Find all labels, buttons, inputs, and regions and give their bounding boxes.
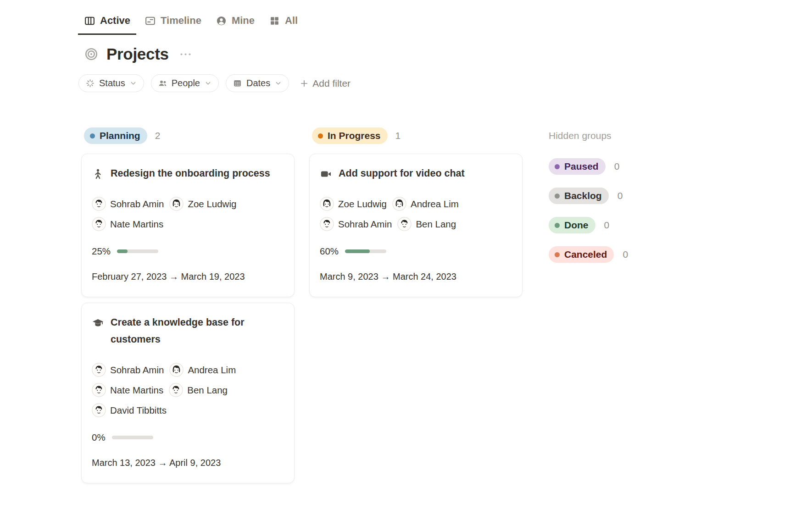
page-title: Projects xyxy=(106,45,169,63)
card-title: Add support for video chat xyxy=(339,165,465,182)
view-tabs: ActiveTimelineMineAll xyxy=(78,13,812,35)
add-filter-label: Add filter xyxy=(312,78,350,89)
chevron-down-icon xyxy=(275,80,282,87)
person-name: Nate Martins xyxy=(110,385,163,396)
male-avatar xyxy=(92,403,106,417)
status-label: In Progress xyxy=(328,130,381,141)
male-avatar xyxy=(92,363,106,377)
card-title: Redesign the onboarding process xyxy=(111,165,270,182)
female-avatar xyxy=(392,197,406,211)
chevron-down-icon xyxy=(130,80,137,87)
person-icon xyxy=(92,168,104,180)
group-count: 1 xyxy=(395,130,401,141)
group-pill-canceled[interactable]: Canceled xyxy=(549,246,614,263)
graduation-cap-icon xyxy=(92,317,104,329)
person-chip: Sohrab Amin xyxy=(92,197,164,211)
person-name: Zoe Ludwig xyxy=(338,199,387,210)
group-pill-in-progress[interactable]: In Progress xyxy=(312,127,388,144)
project-card[interactable]: Redesign the onboarding processSohrab Am… xyxy=(81,154,295,297)
progress-label: 25% xyxy=(92,246,111,257)
filter-label: People xyxy=(172,78,200,89)
chevron-down-icon xyxy=(205,80,211,87)
filter-bar: StatusPeopleDatesAdd filter xyxy=(78,74,812,92)
person-circle-icon xyxy=(216,15,227,27)
hidden-groups-section: Hidden groupsPaused0Backlog0Done0Cancele… xyxy=(537,127,702,276)
card-title-row: Redesign the onboarding process xyxy=(92,165,284,182)
group-pill-backlog[interactable]: Backlog xyxy=(549,188,609,204)
status-dot-icon xyxy=(555,223,560,228)
hidden-group-row: Canceled0 xyxy=(549,246,702,263)
person-chip: Ben Lang xyxy=(397,217,456,231)
male-avatar xyxy=(169,383,183,397)
group-count: 0 xyxy=(623,249,628,260)
column-header: In Progress1 xyxy=(312,127,523,144)
date-range: March 13, 2023 → April 9, 2023 xyxy=(92,457,284,469)
kanban-board: Planning2Redesign the onboarding process… xyxy=(81,127,812,483)
status-dot-icon xyxy=(555,194,560,199)
person-name: David Tibbitts xyxy=(110,405,167,416)
hidden-group-row: Paused0 xyxy=(549,158,702,175)
person-chip: Andrea Lim xyxy=(169,363,236,377)
people-list: Zoe LudwigAndrea LimSohrab AminBen Lang xyxy=(320,197,512,231)
person-chip: Andrea Lim xyxy=(392,197,459,211)
timeline-icon xyxy=(145,15,156,27)
person-chip: Sohrab Amin xyxy=(92,363,164,377)
video-camera-icon xyxy=(320,168,332,180)
filter-label: Status xyxy=(99,78,125,89)
plus-icon xyxy=(300,79,309,88)
person-name: Ben Lang xyxy=(416,219,456,230)
people-icon xyxy=(158,78,167,88)
date-range: March 9, 2023 → March 24, 2023 xyxy=(320,271,512,283)
card-title-row: Create a knowledge base for customers xyxy=(92,314,284,348)
person-chip: Zoe Ludwig xyxy=(169,197,236,211)
tab-label: Timeline xyxy=(161,15,201,27)
male-avatar xyxy=(92,217,106,231)
card-title: Create a knowledge base for customers xyxy=(111,314,271,348)
filter-status[interactable]: Status xyxy=(78,74,144,92)
board-column-in-progress: In Progress1Add support for video chatZo… xyxy=(309,127,523,297)
group-count: 0 xyxy=(614,161,620,172)
status-dot-icon xyxy=(90,133,95,138)
person-chip: David Tibbitts xyxy=(92,403,167,417)
progress-fill xyxy=(117,249,128,253)
filter-dates[interactable]: Dates xyxy=(226,74,289,92)
project-card[interactable]: Create a knowledge base for customersSoh… xyxy=(81,303,295,483)
status-label: Backlog xyxy=(564,190,602,201)
tab-active[interactable]: Active xyxy=(78,13,136,35)
card-title-row: Add support for video chat xyxy=(320,165,512,182)
person-chip: Nate Martins xyxy=(92,217,163,231)
card-list: Add support for video chatZoe LudwigAndr… xyxy=(309,154,523,297)
tab-all[interactable]: All xyxy=(263,13,304,35)
status-dot-icon xyxy=(318,133,323,138)
add-filter-button[interactable]: Add filter xyxy=(296,75,354,92)
group-pill-paused[interactable]: Paused xyxy=(549,158,606,175)
male-avatar xyxy=(397,217,412,231)
group-pill-planning[interactable]: Planning xyxy=(84,127,147,144)
filter-people[interactable]: People xyxy=(151,74,219,92)
more-options-button[interactable] xyxy=(178,50,194,59)
male-avatar xyxy=(320,217,334,231)
people-list: Sohrab AminAndrea LimNate MartinsBen Lan… xyxy=(92,363,284,417)
person-name: Andrea Lim xyxy=(188,365,236,376)
male-avatar xyxy=(92,197,106,211)
target-icon xyxy=(84,47,99,61)
progress-label: 60% xyxy=(320,246,339,257)
progress-bar xyxy=(117,249,158,253)
progress-bar xyxy=(345,249,386,253)
card-list: Redesign the onboarding processSohrab Am… xyxy=(81,154,295,483)
grid-icon xyxy=(269,15,280,27)
tab-timeline[interactable]: Timeline xyxy=(139,13,207,35)
progress-fill xyxy=(345,249,370,253)
group-count: 2 xyxy=(155,130,161,141)
project-card[interactable]: Add support for video chatZoe LudwigAndr… xyxy=(309,154,523,297)
group-pill-done[interactable]: Done xyxy=(549,217,595,233)
tab-mine[interactable]: Mine xyxy=(210,13,261,35)
board-icon xyxy=(84,15,95,27)
person-chip: Nate Martins xyxy=(92,383,163,397)
status-label: Canceled xyxy=(564,249,607,260)
progress-row: 60% xyxy=(320,245,512,258)
status-label: Paused xyxy=(564,161,599,172)
person-name: Andrea Lim xyxy=(411,199,459,210)
page-header: Projects xyxy=(84,45,812,63)
progress-row: 25% xyxy=(92,245,284,258)
